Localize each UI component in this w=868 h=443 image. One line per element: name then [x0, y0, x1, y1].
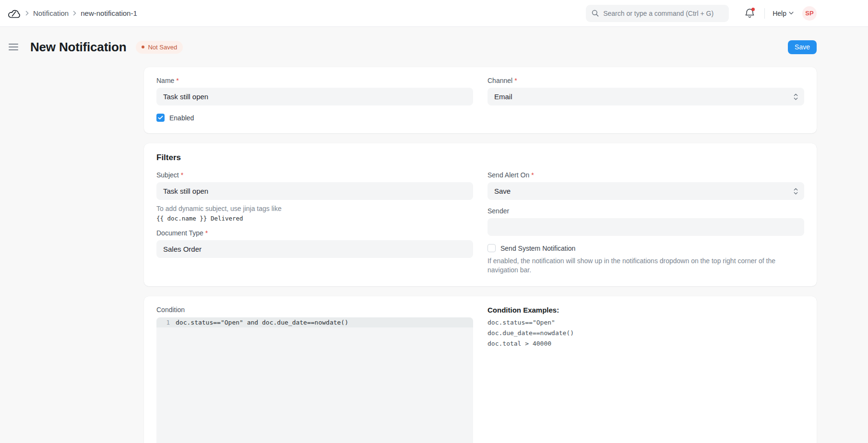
filters-heading: Filters	[156, 153, 804, 163]
not-saved-badge: Not Saved	[136, 41, 183, 54]
enabled-checkbox-row[interactable]: Enabled	[156, 114, 473, 122]
details-left-column: Name* Enabled	[156, 77, 473, 122]
cloud-logo-icon	[8, 8, 21, 19]
subject-input[interactable]	[156, 182, 473, 200]
checkmark-icon	[158, 116, 163, 120]
chevron-down-icon	[789, 12, 794, 15]
sidebar-toggle-button[interactable]	[9, 43, 19, 51]
document-type-input[interactable]	[156, 240, 473, 258]
app-logo-button[interactable]	[7, 6, 21, 21]
channel-select[interactable]: Email	[488, 88, 804, 105]
name-field: Name*	[156, 77, 473, 105]
subject-help-code: {{ doc.name }} Delivered	[156, 215, 473, 222]
status-dot-icon	[142, 46, 144, 48]
condition-example-line: doc.status=="Open"	[488, 318, 804, 326]
send-system-notification-label: Send System Notification	[500, 245, 575, 252]
navbar-divider	[764, 8, 765, 19]
condition-left-column: Condition 1 doc.status=="Open" and doc.d…	[156, 306, 473, 443]
top-navbar: Notification new-notification-1 Help	[0, 0, 868, 27]
condition-example-line: doc.total > 40000	[488, 339, 804, 348]
condition-field-label: Condition	[156, 306, 473, 314]
details-right-column: Channel* Email	[488, 77, 804, 105]
line-number: 1	[156, 319, 176, 326]
form-body: Name* Enabled Channel* Ema	[144, 67, 817, 443]
send-alert-on-select[interactable]: Save	[488, 182, 804, 200]
unread-notification-dot	[751, 8, 755, 11]
enabled-label: Enabled	[169, 114, 194, 122]
navbar-actions: Help SP	[586, 5, 817, 22]
breadcrumb-item-notification[interactable]: Notification	[33, 9, 69, 17]
condition-examples-heading: Condition Examples:	[488, 306, 804, 314]
send-alert-on-field: Send Alert On* Save	[488, 171, 804, 200]
name-field-label: Name*	[156, 77, 473, 84]
breadcrumb: Notification new-notification-1	[7, 6, 137, 21]
code-editor-active-line: 1 doc.status=="Open" and doc.due_date==n…	[156, 317, 473, 327]
select-updown-icon	[794, 188, 798, 195]
chevron-right-icon	[25, 11, 29, 16]
breadcrumb-item-current[interactable]: new-notification-1	[81, 9, 137, 17]
condition-example-line: doc.due_date==nowdate()	[488, 329, 804, 337]
required-asterisk: *	[205, 229, 208, 237]
filters-left-column: Subject* To add dynamic subject, use jin…	[156, 171, 473, 258]
page-title: New Notification	[30, 40, 126, 55]
send-system-notification-help-text: If enabled, the notification will show u…	[488, 256, 804, 275]
enabled-checkbox[interactable]	[156, 114, 165, 122]
subject-field-label: Subject*	[156, 171, 473, 179]
filters-right-column: Send Alert On* Save Sender	[488, 171, 804, 275]
notifications-bell-button[interactable]	[743, 7, 756, 20]
select-updown-icon	[794, 93, 798, 100]
condition-card: Condition 1 doc.status=="Open" and doc.d…	[144, 296, 817, 443]
condition-code-text: doc.status=="Open" and doc.due_date==now…	[176, 319, 348, 326]
subject-field: Subject* To add dynamic subject, use jin…	[156, 171, 473, 222]
condition-code-editor[interactable]: 1 doc.status=="Open" and doc.due_date==n…	[156, 317, 473, 443]
document-type-field-label: Document Type*	[156, 229, 473, 237]
details-card: Name* Enabled Channel* Ema	[144, 67, 817, 133]
sender-field: Sender	[488, 207, 804, 236]
sender-input[interactable]	[488, 218, 804, 236]
sender-field-label: Sender	[488, 207, 804, 215]
send-system-notification-row[interactable]: Send System Notification	[488, 244, 804, 252]
page-head: New Notification Not Saved Save	[0, 34, 868, 60]
subject-help-text: To add dynamic subject, use jinja tags l…	[156, 204, 473, 213]
required-asterisk: *	[181, 171, 183, 179]
save-button[interactable]: Save	[788, 40, 817, 54]
user-avatar[interactable]: SP	[802, 6, 817, 21]
required-asterisk: *	[176, 77, 178, 84]
condition-right-column: Condition Examples: doc.status=="Open" d…	[488, 306, 804, 348]
help-label: Help	[773, 10, 786, 17]
search-input[interactable]	[603, 10, 723, 17]
send-alert-on-field-label: Send Alert On*	[488, 171, 804, 179]
status-badge-label: Not Saved	[148, 44, 177, 51]
channel-select-value: Email	[494, 93, 512, 101]
document-type-field: Document Type*	[156, 229, 473, 258]
channel-field: Channel* Email	[488, 77, 804, 105]
required-asterisk: *	[531, 171, 534, 179]
name-input[interactable]	[156, 88, 473, 105]
filters-card: Filters Subject* To add dynamic subject,…	[144, 143, 817, 286]
global-search[interactable]	[586, 5, 729, 22]
chevron-right-icon	[73, 11, 76, 16]
send-alert-on-select-value: Save	[494, 187, 511, 195]
channel-field-label: Channel*	[488, 77, 804, 84]
required-asterisk: *	[514, 77, 517, 84]
help-menu-button[interactable]: Help	[773, 10, 794, 17]
send-system-notification-checkbox[interactable]	[488, 244, 496, 252]
search-icon	[592, 10, 599, 17]
